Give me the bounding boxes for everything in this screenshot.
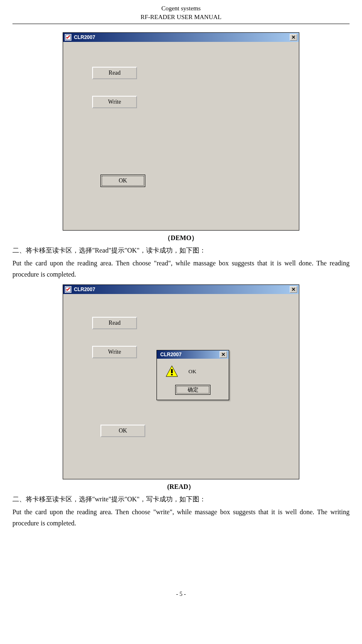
read-screenshot: CLR2007 ✕ Read Write OK CLR2007 ✕ <box>63 284 299 479</box>
window-title: CLR2007 <box>74 287 290 292</box>
demo-screenshot: CLR2007 ✕ Read Write OK <box>63 32 299 231</box>
svg-rect-4 <box>171 374 173 375</box>
header-line2: RF-READER USER MANUAL <box>12 13 350 22</box>
write-button[interactable]: Write <box>92 346 137 358</box>
header-divider <box>12 24 350 24</box>
caption-read: (READ） <box>12 483 350 491</box>
page-number: - 5 - <box>12 591 350 598</box>
read-button[interactable]: Read <box>92 67 137 79</box>
para1-chinese: 二、将卡移至读卡区，选择"Read"提示"OK"，读卡成功，如下图： <box>12 245 350 256</box>
dialog-confirm-button[interactable]: 确定 <box>175 385 210 395</box>
window-body: Read Write OK <box>63 42 299 230</box>
page-header: Cogent systems RF-READER USER MANUAL <box>12 4 350 22</box>
dialog-content: OK <box>161 365 225 378</box>
dialog-close-button[interactable]: ✕ <box>220 351 227 358</box>
header-line1: Cogent systems <box>12 4 350 13</box>
close-button[interactable]: ✕ <box>290 286 297 293</box>
caption-demo: （DEMO） <box>12 234 350 243</box>
close-button[interactable]: ✕ <box>290 34 297 41</box>
svg-rect-3 <box>171 369 173 373</box>
app-icon <box>65 286 71 293</box>
para2-chinese: 二、将卡移至读卡区，选择"write"提示"OK"，写卡成功，如下图： <box>12 493 350 505</box>
para2-english: Put the card upon the reading area. Then… <box>12 506 350 529</box>
ok-button[interactable]: OK <box>100 175 145 187</box>
para1-english: Put the card upon the reading area. Then… <box>12 258 350 280</box>
dialog-titlebar: CLR2007 ✕ <box>157 350 229 359</box>
message-dialog: CLR2007 ✕ OK 确定 <box>157 350 229 400</box>
warning-icon <box>165 365 179 378</box>
window-title: CLR2007 <box>74 34 290 40</box>
dialog-body: OK 确定 <box>157 359 229 400</box>
app-icon <box>65 34 71 41</box>
dialog-message: OK <box>188 368 196 375</box>
titlebar: CLR2007 ✕ <box>63 285 299 294</box>
dialog-title: CLR2007 <box>159 352 220 357</box>
titlebar: CLR2007 ✕ <box>63 33 299 42</box>
write-button[interactable]: Write <box>92 96 137 108</box>
window-body: Read Write OK CLR2007 ✕ OK <box>63 294 299 479</box>
ok-button[interactable]: OK <box>100 425 145 437</box>
read-button[interactable]: Read <box>92 317 137 329</box>
